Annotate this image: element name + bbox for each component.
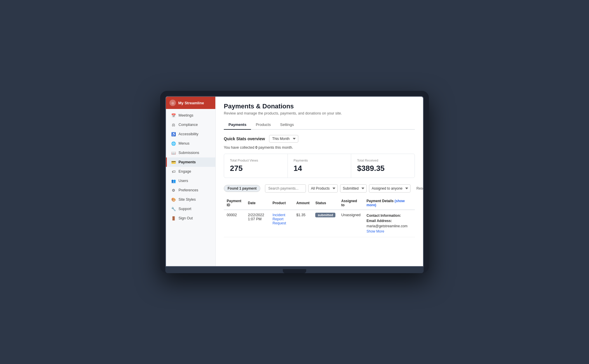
status-badge: submitted [315, 213, 335, 217]
sidebar-item-label-site-styles: Site Styles [179, 197, 196, 202]
stat-card-total-product-views: Total Product Views 275 [224, 154, 288, 178]
cell-status: submitted [312, 210, 338, 237]
sidebar-item-label-users: Users [179, 179, 188, 183]
sidebar-item-label-sign-out: Sign Out [179, 216, 193, 220]
table-header-row: Payment IDDateProductAmountStatusAssigne… [224, 197, 415, 210]
cell-payment-id: 00002 [224, 210, 245, 237]
sidebar-item-label-compliance: Compliance [179, 123, 198, 127]
cell-payment-details: Contact Information: Email Address: mari… [363, 210, 415, 237]
sidebar-header[interactable]: ◎ My Streamline [166, 97, 215, 109]
contact-info: Contact Information: Email Address: mari… [366, 213, 412, 234]
cell-product: Incident Report Request [270, 210, 293, 237]
sidebar-item-meetings[interactable]: 📅 Meetings [166, 111, 215, 120]
col-header-product: Product [270, 197, 293, 210]
sidebar-item-label-menus: Menus [179, 141, 190, 145]
quick-stats-title: Quick Stats overview [224, 136, 265, 141]
tab-settings[interactable]: Settings [276, 120, 299, 130]
col-header-date: Date [245, 197, 270, 210]
accessibility-icon: ♿ [171, 131, 176, 137]
col-header-payment-details: Payment Details (show more) [363, 197, 415, 210]
streamline-icon: ◎ [169, 100, 176, 106]
cell-amount: $1.35 [293, 210, 312, 237]
sidebar-item-support[interactable]: 🔧 Support [166, 204, 215, 214]
sidebar-nav: 📅 Meetings ⚖ Compliance ♿ Accessibility … [166, 109, 215, 266]
sidebar-item-label-preferences: Preferences [179, 188, 198, 192]
app-layout: ◎ My Streamline 📅 Meetings ⚖ Compliance … [166, 97, 423, 266]
laptop-frame: ◎ My Streamline 📅 Meetings ⚖ Compliance … [160, 91, 429, 273]
sidebar-item-site-styles[interactable]: 🎨 Site Styles [166, 195, 215, 204]
payments-table: Payment IDDateProductAmountStatusAssigne… [224, 197, 415, 237]
tabs-bar: PaymentsProductsSettings [224, 120, 415, 130]
sidebar-item-users[interactable]: 👥 Users [166, 176, 215, 186]
sidebar-item-label-payments: Payments [179, 160, 196, 164]
table-body: 00002 2/22/2022 1:07 PM Incident Report … [224, 210, 415, 237]
stat-label: Payments [294, 159, 345, 162]
sidebar-item-label-meetings: Meetings [179, 113, 193, 117]
submissions-icon: 📖 [171, 150, 176, 155]
product-link[interactable]: Incident Report Request [273, 213, 286, 225]
quick-stats-header: Quick Stats overview This MonthLast Mont… [224, 135, 415, 143]
col-header-amount: Amount [293, 197, 312, 210]
email-label: Email Address: maria@getstreamline.com [366, 219, 407, 228]
table-row: 00002 2/22/2022 1:07 PM Incident Report … [224, 210, 415, 237]
sidebar-item-accessibility[interactable]: ♿ Accessibility [166, 129, 215, 139]
stat-card-payments: Payments 14 [288, 154, 351, 178]
show-more-row-link[interactable]: Show More [366, 229, 384, 233]
stat-cards: Total Product Views 275 Payments 14 Tota… [224, 154, 415, 178]
sign-out-icon: 🚪 [171, 216, 176, 221]
support-icon: 🔧 [171, 206, 176, 212]
stat-label: Total Product Views [230, 159, 282, 162]
reset-button[interactable]: Reset [413, 185, 423, 192]
stat-value: $389.35 [357, 164, 409, 173]
stats-filter-select[interactable]: This MonthLast MonthThis YearAll Time [269, 135, 298, 143]
meetings-icon: 📅 [171, 113, 176, 118]
col-header-payment-id: Payment ID [224, 197, 245, 210]
status-filter-select[interactable]: SubmittedPendingApproved [340, 184, 367, 193]
laptop-screen: ◎ My Streamline 📅 Meetings ⚖ Compliance … [165, 96, 424, 267]
menus-icon: 🌐 [171, 141, 176, 146]
search-input[interactable] [265, 184, 306, 193]
cell-date: 2/22/2022 1:07 PM [245, 210, 270, 237]
sidebar-item-payments[interactable]: 💳 Payments [166, 157, 215, 167]
compliance-icon: ⚖ [171, 122, 176, 127]
found-badge: Found 1 payment [224, 185, 260, 192]
stat-value: 275 [230, 164, 282, 173]
stats-count: 0 [255, 145, 257, 150]
sidebar-item-preferences[interactable]: ⚙ Preferences [166, 186, 215, 195]
filters-row: Found 1 payment All Products SubmittedPe… [224, 184, 415, 193]
page-title: Payments & Donations [224, 103, 415, 110]
stat-card-total-received: Total Received $389.35 [351, 154, 415, 178]
sidebar: ◎ My Streamline 📅 Meetings ⚖ Compliance … [166, 97, 216, 266]
tab-products[interactable]: Products [251, 120, 275, 130]
sidebar-item-menus[interactable]: 🌐 Menus [166, 139, 215, 148]
sidebar-item-label-support: Support [179, 207, 191, 211]
sidebar-item-engage[interactable]: 🏷 Engage [166, 167, 215, 176]
laptop-bottom [165, 267, 424, 273]
show-more-header-link[interactable]: (show more) [366, 199, 405, 207]
payments-icon: 💳 [171, 160, 176, 165]
laptop-notch [283, 269, 306, 273]
sidebar-title: My Streamline [178, 101, 204, 105]
stat-label: Total Received [357, 159, 409, 162]
cell-assigned-to: Unassigned [338, 210, 363, 237]
sidebar-item-label-submissions: Submissions [179, 151, 199, 155]
tab-payments[interactable]: Payments [224, 120, 251, 130]
col-header-status: Status [312, 197, 338, 210]
sidebar-item-label-engage: Engage [179, 169, 191, 174]
col-header-assigned-to: Assigned to [338, 197, 363, 210]
stats-info: You have collected 0 payments this month… [224, 145, 415, 150]
sidebar-item-compliance[interactable]: ⚖ Compliance [166, 120, 215, 129]
users-icon: 👥 [171, 178, 176, 183]
page-subtitle: Review and manage the products, payments… [224, 111, 415, 115]
sidebar-item-sign-out[interactable]: 🚪 Sign Out [166, 214, 215, 223]
contact-label: Contact Information: [366, 214, 401, 218]
assigned-filter-select[interactable]: Assigned to anyone [369, 184, 410, 193]
engage-icon: 🏷 [171, 169, 176, 174]
sidebar-item-submissions[interactable]: 📖 Submissions [166, 148, 215, 157]
stat-value: 14 [294, 164, 345, 173]
sidebar-item-label-accessibility: Accessibility [179, 132, 198, 136]
product-filter-select[interactable]: All Products [308, 184, 338, 193]
main-content: Payments & Donations Review and manage t… [216, 97, 423, 266]
site-styles-icon: 🎨 [171, 197, 176, 202]
preferences-icon: ⚙ [171, 188, 176, 193]
